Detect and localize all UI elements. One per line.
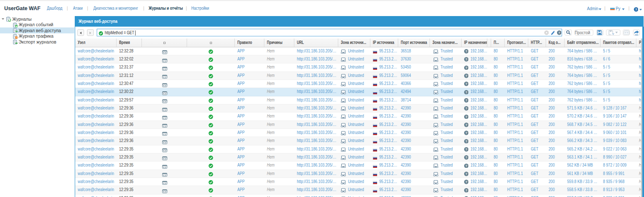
svg-text:?: ? bbox=[465, 90, 467, 94]
svg-text:?: ? bbox=[465, 74, 467, 78]
svg-text:?: ? bbox=[465, 107, 467, 110]
svg-text:?: ? bbox=[465, 131, 467, 135]
svg-text:?: ? bbox=[465, 115, 467, 119]
svg-text:?: ? bbox=[465, 172, 467, 176]
svg-text:?: ? bbox=[465, 164, 467, 168]
svg-text:?: ? bbox=[465, 189, 467, 192]
svg-text:?: ? bbox=[465, 49, 467, 53]
svg-text:?: ? bbox=[465, 57, 467, 61]
svg-text:?: ? bbox=[465, 82, 467, 86]
svg-text:?: ? bbox=[465, 156, 467, 159]
svg-text:?: ? bbox=[465, 140, 467, 143]
svg-text:?: ? bbox=[465, 180, 467, 184]
svg-text:?: ? bbox=[465, 123, 467, 127]
svg-text:?: ? bbox=[465, 148, 467, 151]
svg-text:?: ? bbox=[465, 66, 467, 70]
svg-text:?: ? bbox=[465, 98, 467, 102]
